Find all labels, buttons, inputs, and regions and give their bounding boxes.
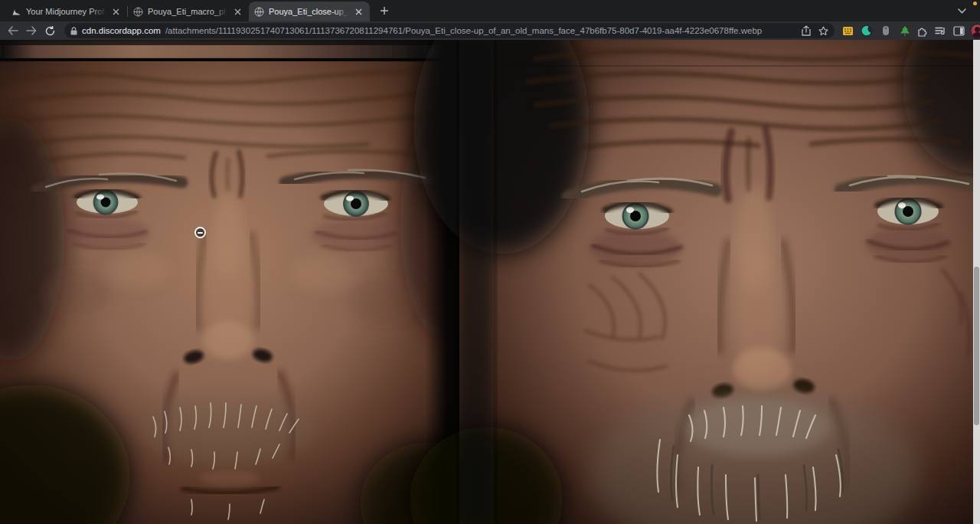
browser-toolbar: cdn.discordapp.com/attachments/111193025…: [0, 21, 980, 40]
tabs-container: Your Midjourney Profile Pouya_Eti_macro_…: [0, 0, 394, 21]
tab-macro-photo[interactable]: Pouya_Eti_macro_photo_of_a: [128, 2, 249, 21]
url-domain: cdn.discordapp.com: [82, 26, 161, 35]
portrait-image[interactable]: [0, 40, 980, 524]
tab-title: Your Midjourney Profile: [26, 7, 106, 16]
tree-extension-icon[interactable]: [898, 24, 912, 38]
back-arrow-icon: [8, 26, 18, 35]
address-bar[interactable]: cdn.discordapp.com/attachments/111193025…: [64, 23, 835, 38]
mouse-extension-icon[interactable]: [879, 24, 893, 38]
side-panel-button[interactable]: [950, 22, 967, 39]
url-path: /attachments/1111930251740713061/1113736…: [165, 26, 797, 35]
extensions-button[interactable]: [913, 22, 930, 39]
globe-icon: [254, 7, 264, 17]
extensions-area: [841, 24, 912, 38]
chevron-down-icon: [958, 8, 966, 14]
new-tab-button[interactable]: [374, 1, 394, 21]
keyboard-grid-extension-icon[interactable]: [841, 24, 854, 38]
playlist-icon: [935, 26, 946, 36]
scrollbar-thumb[interactable]: [974, 267, 979, 425]
close-icon[interactable]: [353, 6, 364, 18]
update-notification-dot: [973, 2, 977, 5]
share-icon[interactable]: [802, 25, 811, 36]
plus-icon: [380, 6, 389, 15]
globe-icon: [133, 7, 143, 17]
forward-arrow-icon: [26, 26, 37, 35]
midjourney-sailboat-icon: [11, 7, 21, 17]
scrollbar-track[interactable]: [973, 40, 980, 524]
close-icon[interactable]: [232, 6, 243, 18]
tab-title: Pouya_Eti_macro_photo_of_a: [148, 7, 227, 16]
tab-strip: Your Midjourney Profile Pouya_Eti_macro_…: [0, 0, 980, 21]
back-button[interactable]: [5, 22, 21, 39]
reload-button[interactable]: [41, 22, 58, 39]
star-icon[interactable]: [818, 26, 828, 36]
puzzle-icon: [916, 25, 928, 37]
close-icon[interactable]: [110, 6, 122, 18]
tab-close-up-active[interactable]: Pouya_Eti_close-up_of_an_ol: [249, 2, 370, 21]
zoom-out-cursor-icon: [194, 227, 206, 238]
reading-list-button[interactable]: [932, 22, 949, 39]
tab-title: Pouya_Eti_close-up_of_an_ol: [269, 7, 348, 16]
lock-icon: [70, 27, 77, 35]
tab-search-button[interactable]: [954, 3, 969, 18]
page-content: [0, 40, 980, 524]
side-panel-icon: [953, 26, 965, 36]
forward-button[interactable]: [23, 22, 40, 39]
profile-avatar[interactable]: [969, 22, 980, 39]
moon-extension-icon[interactable]: [860, 24, 874, 38]
tab-midjourney-profile[interactable]: Your Midjourney Profile: [6, 2, 127, 21]
reload-icon: [45, 26, 55, 36]
right-portrait: [410, 40, 980, 524]
